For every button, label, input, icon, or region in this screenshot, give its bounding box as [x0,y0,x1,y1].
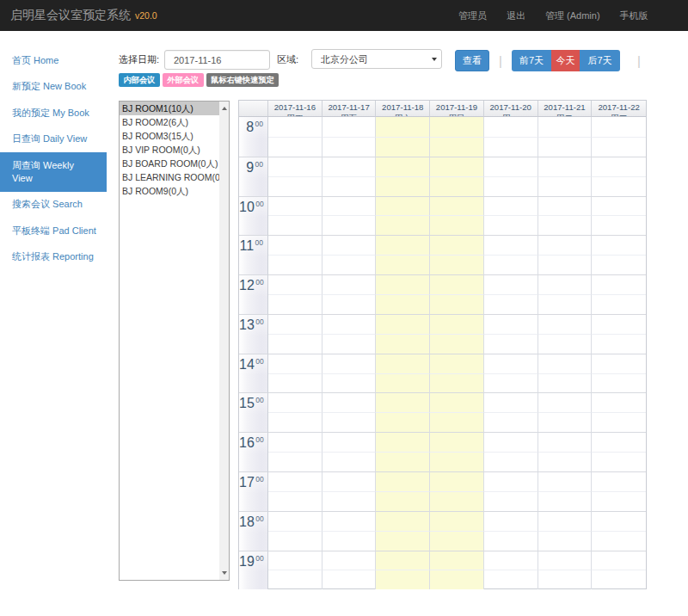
slot-2017-11-21-1300[interactable] [538,314,593,334]
slot-2017-11-21-1800[interactable] [538,511,593,531]
slot-2017-11-19-1730[interactable] [430,491,484,511]
slot-2017-11-19-1500[interactable] [430,392,484,412]
slot-2017-11-20-1100[interactable] [484,235,538,255]
slot-2017-11-18-1600[interactable] [376,432,430,452]
room-option-6[interactable]: BJ ROOM9(0人) [120,184,219,198]
slot-2017-11-21-800[interactable] [538,117,593,137]
slot-2017-11-17-1030[interactable] [322,215,377,235]
slot-2017-11-18-1030[interactable] [376,215,430,235]
date-input[interactable] [164,50,270,70]
room-option-0[interactable]: BJ ROOM1(10人) [120,102,219,115]
slot-2017-11-18-1830[interactable] [376,531,430,551]
slot-2017-11-16-1900[interactable] [268,551,322,570]
scroll-up-icon[interactable] [222,107,227,110]
slot-2017-11-21-1730[interactable] [538,491,593,511]
slot-2017-11-21-1200[interactable] [538,274,593,294]
slot-2017-11-21-830[interactable] [538,137,593,157]
slot-2017-11-19-1030[interactable] [430,215,484,235]
sidebar-item-2[interactable]: 我的预定 My Book [0,100,107,126]
slot-2017-11-19-1830[interactable] [430,531,484,551]
slot-2017-11-16-1730[interactable] [268,491,322,511]
slot-2017-11-20-1730[interactable] [484,491,538,511]
slot-2017-11-16-1800[interactable] [268,511,322,531]
navbar-item-0[interactable]: 管理员 [458,9,487,22]
slot-2017-11-16-900[interactable] [268,157,322,176]
slot-2017-11-19-1000[interactable] [430,196,484,216]
slot-2017-11-20-1900[interactable] [484,551,538,570]
slot-2017-11-21-1630[interactable] [538,452,593,471]
slot-2017-11-19-1600[interactable] [430,432,484,452]
area-select[interactable]: 北京分公司 [311,49,442,69]
slot-2017-11-21-1100[interactable] [538,235,593,255]
prev-7-days-button[interactable]: 前7天 [512,50,551,71]
room-option-2[interactable]: BJ ROOM3(15人) [120,129,219,143]
slot-2017-11-20-1000[interactable] [484,196,538,216]
slot-2017-11-16-1030[interactable] [268,215,322,235]
slot-2017-11-18-1200[interactable] [376,274,430,294]
slot-2017-11-18-1500[interactable] [376,392,430,412]
slot-2017-11-17-1800[interactable] [322,511,377,531]
slot-2017-11-18-1300[interactable] [376,314,430,334]
slot-2017-11-19-1330[interactable] [430,334,484,354]
slot-2017-11-17-1730[interactable] [322,491,377,511]
slot-2017-11-18-830[interactable] [376,137,430,157]
slot-2017-11-21-1430[interactable] [538,373,593,393]
slot-2017-11-20-1500[interactable] [484,392,538,412]
slot-2017-11-22-1300[interactable] [592,314,646,334]
slot-2017-11-22-1430[interactable] [592,373,646,393]
slot-2017-11-22-900[interactable] [592,157,646,176]
slot-2017-11-22-1730[interactable] [592,491,646,511]
slot-2017-11-20-1830[interactable] [484,531,538,551]
slot-2017-11-17-900[interactable] [322,157,377,176]
slot-2017-11-16-1000[interactable] [268,196,322,216]
slot-2017-11-16-830[interactable] [268,137,322,157]
sidebar-item-3[interactable]: 日查询 Daily View [0,126,107,153]
slot-2017-11-18-1700[interactable] [376,471,430,491]
slot-2017-11-18-800[interactable] [376,117,430,137]
slot-2017-11-22-1100[interactable] [592,235,646,255]
slot-2017-11-19-1530[interactable] [430,412,484,432]
slot-2017-11-16-1330[interactable] [268,334,322,354]
slot-2017-11-20-1630[interactable] [484,452,538,471]
slot-2017-11-16-1600[interactable] [268,432,322,452]
sidebar-item-1[interactable]: 新预定 New Book [0,74,107,101]
slot-2017-11-18-1100[interactable] [376,235,430,255]
slot-2017-11-17-830[interactable] [322,137,377,157]
listbox-scrollbar[interactable] [219,102,229,580]
slot-2017-11-16-1300[interactable] [268,314,322,334]
slot-2017-11-20-930[interactable] [484,176,538,196]
slot-2017-11-16-1100[interactable] [268,235,322,255]
slot-2017-11-22-800[interactable] [592,117,646,137]
slot-2017-11-19-900[interactable] [430,157,484,176]
slot-2017-11-17-1700[interactable] [322,471,377,491]
slot-2017-11-22-830[interactable] [592,137,646,157]
slot-2017-11-21-1130[interactable] [538,255,593,274]
slot-2017-11-20-1600[interactable] [484,432,538,452]
slot-2017-11-19-1630[interactable] [430,452,484,471]
slot-2017-11-22-1130[interactable] [592,255,646,274]
slot-2017-11-19-1130[interactable] [430,255,484,274]
slot-2017-11-16-1530[interactable] [268,412,322,432]
slot-2017-11-17-1200[interactable] [322,274,377,294]
slot-2017-11-21-1700[interactable] [538,471,593,491]
sidebar-item-0[interactable]: 首页 Home [0,47,107,74]
slot-2017-11-20-1030[interactable] [484,215,538,235]
slot-2017-11-16-1630[interactable] [268,452,322,471]
slot-2017-11-17-1100[interactable] [322,235,377,255]
slot-2017-11-22-1600[interactable] [592,432,646,452]
slot-2017-11-16-1430[interactable] [268,373,322,393]
slot-2017-11-20-900[interactable] [484,157,538,176]
slot-2017-11-21-930[interactable] [538,176,593,196]
slot-2017-11-20-1230[interactable] [484,294,538,314]
slot-2017-11-22-1200[interactable] [592,274,646,294]
slot-2017-11-20-1200[interactable] [484,274,538,294]
slot-2017-11-20-1300[interactable] [484,314,538,334]
slot-2017-11-17-1500[interactable] [322,392,377,412]
slot-2017-11-22-1630[interactable] [592,452,646,471]
slot-2017-11-18-1330[interactable] [376,334,430,354]
slot-2017-11-22-1800[interactable] [592,511,646,531]
slot-2017-11-21-1900[interactable] [538,551,593,570]
slot-2017-11-22-930[interactable] [592,176,646,196]
slot-2017-11-20-1130[interactable] [484,255,538,274]
slot-2017-11-16-1200[interactable] [268,274,322,294]
